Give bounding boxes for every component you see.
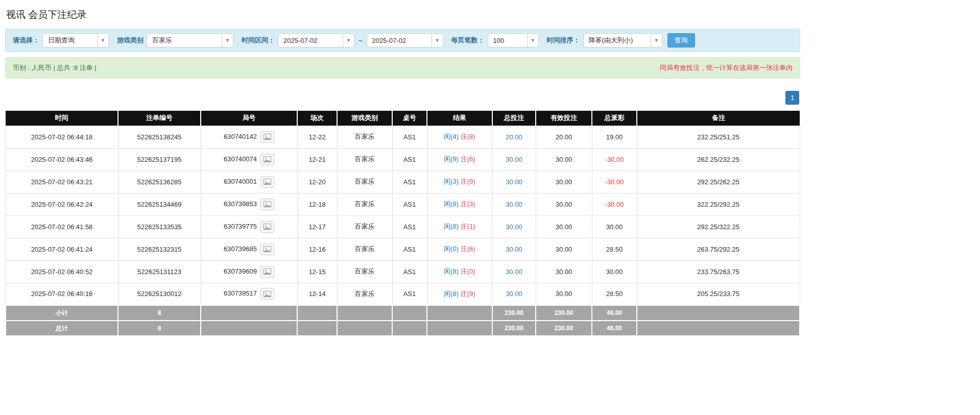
col-header-game-type: 游戏类别 bbox=[337, 111, 392, 126]
banker-result: 庄(0) bbox=[461, 267, 475, 275]
table-row: 2025-07-02 06:44:18 522625138245 6307401… bbox=[6, 126, 800, 148]
chevron-down-icon[interactable]: ▼ bbox=[432, 34, 443, 47]
sort-order-label: 时间排序： bbox=[547, 36, 580, 45]
cell-total-bet-link[interactable]: 30.00 bbox=[492, 148, 536, 170]
cell-result: 闲(0)庄(6) bbox=[427, 238, 492, 260]
cell-game-type: 百家乐 bbox=[337, 148, 392, 170]
game-type-select[interactable]: 百家乐 ▼ bbox=[147, 33, 233, 47]
notice-text: 同局有效投注，统一计算在该局第一张注单内 bbox=[660, 63, 793, 72]
round-result-button[interactable] bbox=[260, 221, 274, 233]
page-button-1[interactable]: 1 bbox=[785, 91, 799, 105]
chevron-down-icon[interactable]: ▼ bbox=[527, 34, 538, 47]
cell-valid-bet: 30.00 bbox=[536, 193, 592, 215]
cell-total-bet-link[interactable]: 20.00 bbox=[492, 126, 536, 148]
round-result-button[interactable] bbox=[260, 131, 274, 143]
cell-time: 2025-07-02 06:43:46 bbox=[6, 148, 118, 170]
summary-row: 总计 8 230.00 230.00 46.00 bbox=[6, 321, 800, 336]
table-row: 2025-07-02 06:42:24 522625134469 6307398… bbox=[6, 193, 800, 215]
banker-result: 庄(1) bbox=[461, 223, 475, 230]
round-number: 630739517 bbox=[224, 289, 257, 297]
round-result-button[interactable] bbox=[260, 154, 274, 165]
pagination: 1 bbox=[5, 91, 799, 105]
query-type-select[interactable]: 日期查询 ▼ bbox=[42, 33, 109, 47]
cell-session: 12-15 bbox=[297, 260, 337, 283]
cell-session: 12-20 bbox=[297, 170, 337, 193]
cell-round: 630740142 bbox=[201, 126, 297, 148]
cell-total-bet-link[interactable]: 30.00 bbox=[492, 193, 536, 215]
chevron-down-icon[interactable]: ▼ bbox=[97, 34, 108, 47]
round-number: 630740001 bbox=[224, 177, 257, 185]
cell-game-type: 百家乐 bbox=[337, 238, 392, 260]
cell-payout: -30.00 bbox=[592, 148, 637, 170]
bet-records-table: 时间 注单编号 局号 场次 游戏类别 桌号 结果 总投注 有效投注 总派彩 备注… bbox=[5, 111, 800, 336]
player-result: 闲(8) bbox=[444, 290, 459, 298]
query-type-value: 日期查询 bbox=[43, 34, 97, 47]
col-header-total-bet: 总投注 bbox=[492, 111, 536, 126]
player-result: 闲(9) bbox=[444, 155, 459, 163]
round-number: 630739685 bbox=[224, 245, 257, 252]
round-number: 630740074 bbox=[224, 155, 257, 162]
round-number: 630739853 bbox=[224, 200, 257, 207]
cell-time: 2025-07-02 06:41:58 bbox=[6, 215, 118, 238]
cell-valid-bet: 30.00 bbox=[536, 148, 592, 170]
cell-bet-no: 522625133535 bbox=[118, 215, 201, 238]
cell-bet-no: 522625137195 bbox=[118, 148, 201, 170]
page-size-input[interactable]: 100 ▼ bbox=[488, 33, 539, 47]
cell-table-no: AS1 bbox=[392, 215, 427, 238]
page-title: 视讯 会员下注纪录 bbox=[6, 8, 800, 21]
summary-empty-cell bbox=[337, 305, 392, 321]
table-row: 2025-07-02 06:43:46 522625137195 6307400… bbox=[6, 148, 800, 170]
banker-result: 庄(6) bbox=[461, 155, 475, 163]
cell-bet-no: 522625132315 bbox=[118, 238, 201, 260]
summary-empty-cell bbox=[392, 321, 427, 336]
summary-total-bet: 230.00 bbox=[492, 305, 536, 321]
col-header-bet-no: 注单编号 bbox=[118, 111, 201, 126]
cell-total-bet-link[interactable]: 30.00 bbox=[492, 283, 536, 305]
player-result: 闲(3) bbox=[444, 178, 459, 185]
round-result-button[interactable] bbox=[260, 243, 274, 255]
cell-remark: 233.75/263.75 bbox=[637, 260, 800, 283]
cell-result: 闲(8)庄(9) bbox=[427, 283, 492, 305]
image-icon bbox=[264, 134, 271, 140]
cell-total-bet-link[interactable]: 30.00 bbox=[492, 238, 536, 260]
page-size-label: 每页笔数： bbox=[451, 36, 485, 45]
query-type-label: 请选择： bbox=[13, 36, 39, 45]
chevron-down-icon[interactable]: ▼ bbox=[651, 34, 662, 47]
cell-table-no: AS1 bbox=[392, 126, 427, 148]
cell-remark: 232.25/251.25 bbox=[637, 126, 800, 148]
cell-total-bet-link[interactable]: 30.00 bbox=[492, 215, 536, 238]
cell-total-bet-link[interactable]: 30.00 bbox=[492, 260, 536, 283]
banker-result: 庄(9) bbox=[461, 290, 475, 298]
cell-table-no: AS1 bbox=[392, 283, 427, 305]
cell-session: 12-22 bbox=[297, 126, 337, 148]
date-from-input[interactable]: 2025-07-02 ▼ bbox=[278, 33, 354, 47]
summary-label: 总计 bbox=[6, 321, 118, 336]
cell-payout: 28.50 bbox=[592, 283, 637, 305]
chevron-down-icon[interactable]: ▼ bbox=[222, 34, 233, 47]
cell-valid-bet: 30.00 bbox=[536, 215, 592, 238]
cell-result: 闲(3)庄(9) bbox=[427, 170, 492, 193]
cell-table-no: AS1 bbox=[392, 238, 427, 260]
cell-game-type: 百家乐 bbox=[337, 260, 392, 283]
image-icon bbox=[264, 291, 271, 297]
cell-game-type: 百家乐 bbox=[337, 126, 392, 148]
round-result-button[interactable] bbox=[260, 266, 274, 278]
page-size-value: 100 bbox=[488, 34, 527, 47]
cell-valid-bet: 30.00 bbox=[536, 170, 592, 193]
chevron-down-icon[interactable]: ▼ bbox=[343, 34, 354, 47]
player-result: 闲(8) bbox=[444, 223, 459, 230]
col-header-remark: 备注 bbox=[637, 111, 800, 126]
search-button[interactable]: 查询 bbox=[667, 33, 695, 47]
cell-bet-no: 522625134469 bbox=[118, 193, 201, 215]
round-result-button[interactable] bbox=[260, 176, 274, 188]
sort-order-select[interactable]: 降幂(由大到小) ▼ bbox=[583, 33, 662, 47]
cell-valid-bet: 20.00 bbox=[536, 126, 592, 148]
time-range-label: 时间区间： bbox=[242, 36, 275, 45]
round-result-button[interactable] bbox=[260, 288, 274, 300]
summary-payout: 46.00 bbox=[592, 321, 637, 336]
round-result-button[interactable] bbox=[260, 199, 274, 210]
round-number: 630739775 bbox=[224, 222, 257, 230]
cell-total-bet-link[interactable]: 30.00 bbox=[492, 170, 536, 193]
date-to-input[interactable]: 2025-07-02 ▼ bbox=[367, 33, 443, 47]
cell-remark: 292.25/322.25 bbox=[637, 215, 800, 238]
